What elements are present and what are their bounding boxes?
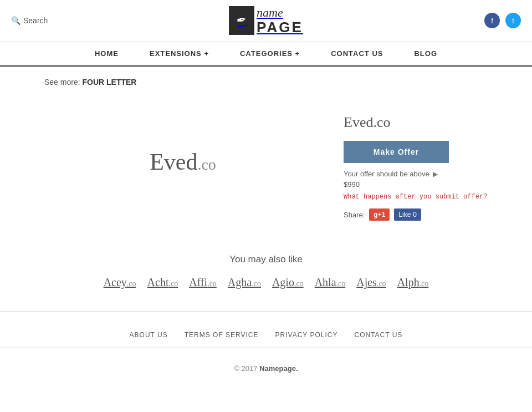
- what-happens-link[interactable]: What happens after you submit offer?: [344, 193, 488, 201]
- offer-hint: Your offer should be above ▶: [344, 170, 488, 178]
- domain-name: Ajes: [356, 276, 377, 288]
- domain-ext: .co: [294, 279, 304, 288]
- domain-name: Agha: [228, 276, 252, 288]
- nav-item-extensions[interactable]: EXTENSIONS +: [134, 42, 224, 65]
- domain-name: Acht: [147, 276, 169, 288]
- fb-like-button[interactable]: Like 0: [394, 208, 421, 221]
- domain-ext: .co: [336, 279, 346, 288]
- domain-name: Affi: [189, 276, 207, 288]
- also-like-section: You may also like Acey.co Acht.co Affi.c…: [0, 243, 532, 311]
- list-item[interactable]: Agio.co: [272, 276, 304, 289]
- list-item[interactable]: Acey.co: [104, 276, 136, 289]
- footer-links: ABOUT US TERMS OF SERVICE PRIVACY POLICY…: [0, 323, 532, 348]
- footer-link-privacy[interactable]: PRIVACY POLICY: [275, 331, 338, 339]
- logo-page-text: PAGE: [257, 19, 303, 35]
- search-icon: 🔍: [11, 16, 21, 25]
- list-item[interactable]: Acht.co: [147, 276, 178, 289]
- footer-link-terms[interactable]: TERMS OF SERVICE: [185, 331, 259, 339]
- list-item[interactable]: Ajes.co: [356, 276, 386, 289]
- fb-like-count: 0: [413, 211, 417, 218]
- logo-name-text: name: [257, 6, 303, 19]
- nav-item-categories[interactable]: CATEGORIES +: [224, 42, 315, 65]
- twitter-link[interactable]: t: [505, 13, 521, 28]
- domain-info-area: Eved.co Make Offer Your offer should be …: [344, 103, 488, 221]
- footer-brand: Namepage.: [259, 364, 298, 373]
- list-item[interactable]: Agha.co: [228, 276, 261, 289]
- domain-name: Alph: [397, 276, 420, 288]
- logo-icon: [229, 6, 254, 35]
- logo-text: name PAGE: [257, 6, 303, 35]
- share-row: Share: g+1 Like 0: [344, 208, 488, 221]
- twitter-icon: t: [512, 17, 514, 25]
- domain-ext: .co: [420, 279, 429, 288]
- logo-link[interactable]: name PAGE: [229, 6, 303, 35]
- footer-copyright: © 2017 Namepage.: [0, 359, 532, 378]
- domain-title: Eved.co: [344, 114, 488, 131]
- domain-ext: .co: [377, 279, 386, 288]
- also-like-title: You may also like: [44, 254, 488, 265]
- fb-like-label: Like: [398, 211, 411, 218]
- domain-name: Acey: [104, 276, 127, 288]
- gplus-button[interactable]: g+1: [369, 208, 390, 221]
- offer-amount: $990: [344, 180, 488, 189]
- facebook-link[interactable]: f: [484, 13, 500, 28]
- copyright-year: © 2017: [234, 364, 257, 373]
- domain-preview-area: Eved.co: [44, 103, 321, 221]
- main-content: Eved.co Eved.co Make Offer Your offer sh…: [0, 98, 532, 243]
- search-button[interactable]: 🔍 Search: [11, 16, 78, 25]
- also-like-grid: Acey.co Acht.co Affi.co Agha.co Agio.co …: [44, 276, 488, 289]
- arrow-icon: ▶: [433, 170, 438, 178]
- nav-item-home[interactable]: HOME: [79, 42, 134, 65]
- logo-container: name PAGE: [78, 6, 454, 35]
- footer: ABOUT US TERMS OF SERVICE PRIVACY POLICY…: [0, 312, 532, 389]
- list-item[interactable]: Alph.co: [397, 276, 429, 289]
- list-item[interactable]: Affi.co: [189, 276, 217, 289]
- main-nav: HOME EXTENSIONS + CATEGORIES + CONTACT U…: [0, 42, 532, 67]
- domain-ext: .co: [127, 279, 136, 288]
- list-item[interactable]: Ahla.co: [315, 276, 346, 289]
- domain-name: Agio: [272, 276, 294, 288]
- domain-preview-name: Eved: [150, 149, 197, 175]
- breadcrumb: See more: FOUR LETTER: [0, 67, 532, 98]
- footer-link-contact[interactable]: CONTACT US: [354, 331, 402, 339]
- domain-ext: .co: [168, 279, 178, 288]
- facebook-icon: f: [491, 17, 493, 25]
- header: 🔍 Search name PAGE f t: [0, 0, 532, 42]
- domain-preview-logo: Eved.co: [150, 149, 216, 175]
- breadcrumb-link[interactable]: FOUR LETTER: [82, 78, 136, 87]
- breadcrumb-prefix: See more:: [44, 78, 80, 87]
- make-offer-button[interactable]: Make Offer: [344, 141, 449, 163]
- offer-hint-text: Your offer should be above: [344, 170, 429, 178]
- domain-ext: .co: [252, 279, 261, 288]
- footer-link-about[interactable]: ABOUT US: [130, 331, 168, 339]
- nav-item-contact[interactable]: CONTACT US: [315, 42, 398, 65]
- nav-item-blog[interactable]: BLOG: [398, 42, 453, 65]
- search-label: Search: [23, 16, 48, 25]
- domain-preview-ext: .co: [197, 156, 216, 173]
- domain-ext: .co: [207, 279, 217, 288]
- share-label: Share:: [344, 211, 365, 219]
- social-links: f t: [454, 13, 521, 28]
- domain-name: Ahla: [315, 276, 336, 288]
